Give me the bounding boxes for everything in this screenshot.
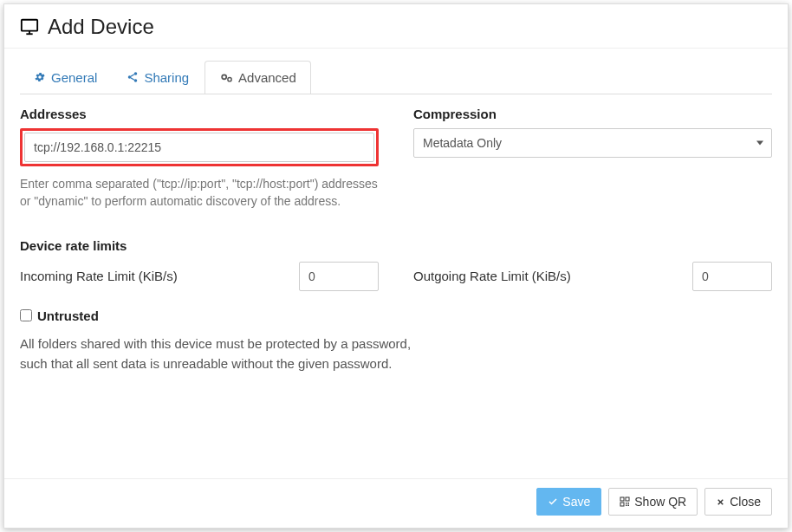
show-qr-button[interactable]: Show QR [608, 488, 698, 516]
close-icon [716, 497, 725, 507]
tabs: General Sharing Advanced [4, 49, 788, 94]
share-icon [127, 71, 139, 83]
close-button[interactable]: Close [704, 488, 772, 516]
addresses-input[interactable] [24, 133, 374, 162]
compression-field: Compression Metadata Only [413, 107, 772, 211]
addresses-highlight [20, 128, 379, 166]
modal-header: Add Device [4, 4, 788, 48]
gears-icon [219, 72, 233, 84]
qr-icon [620, 496, 630, 507]
outgoing-rate-field: Outgoing Rate Limit (KiB/s) [413, 262, 772, 291]
tab-content-advanced: Addresses Enter comma separated ("tcp://… [4, 94, 788, 478]
svg-rect-9 [626, 503, 627, 504]
outgoing-rate-input[interactable] [692, 262, 772, 291]
incoming-rate-input[interactable] [299, 262, 379, 291]
tab-label: Sharing [144, 70, 189, 85]
outgoing-rate-label: Outgoing Rate Limit (KiB/s) [413, 269, 571, 283]
addresses-field: Addresses Enter comma separated ("tcp://… [20, 107, 379, 211]
untrusted-field: Untrusted [20, 308, 772, 323]
svg-rect-0 [22, 20, 37, 31]
svg-rect-7 [626, 497, 629, 501]
untrusted-checkbox[interactable] [20, 309, 32, 321]
svg-point-5 [134, 79, 138, 82]
compression-label: Compression [413, 107, 772, 121]
incoming-rate-label: Incoming Rate Limit (KiB/s) [20, 269, 178, 283]
compression-select[interactable]: Metadata Only [413, 128, 772, 158]
svg-rect-10 [628, 503, 630, 504]
incoming-rate-field: Incoming Rate Limit (KiB/s) [20, 262, 379, 291]
gear-icon [34, 71, 46, 83]
svg-rect-11 [626, 505, 627, 507]
button-label: Save [562, 495, 590, 509]
addresses-label: Addresses [20, 107, 379, 121]
tab-sharing[interactable]: Sharing [113, 61, 203, 94]
tab-label: Advanced [238, 70, 296, 85]
modal-title: Add Device [48, 15, 154, 39]
tab-label: General [51, 70, 97, 85]
button-label: Close [730, 495, 761, 509]
modal-footer: Save Show QR Close [4, 478, 788, 528]
tab-advanced[interactable]: Advanced [204, 61, 311, 94]
svg-rect-8 [620, 503, 624, 506]
untrusted-label: Untrusted [37, 308, 99, 323]
svg-rect-6 [620, 497, 624, 501]
monitor-icon [20, 17, 39, 36]
addresses-help-text: Enter comma separated ("tcp://ip:port", … [20, 175, 379, 211]
save-button[interactable]: Save [536, 488, 601, 516]
svg-point-3 [134, 72, 138, 75]
svg-rect-12 [628, 505, 630, 507]
untrusted-help-text: All folders shared with this device must… [20, 334, 427, 374]
tab-general[interactable]: General [20, 61, 111, 94]
device-rate-limits-label: Device rate limits [20, 238, 772, 253]
svg-point-4 [128, 75, 132, 79]
add-device-modal: Add Device General Sharing Advanced Addr… [3, 3, 789, 529]
button-label: Show QR [634, 495, 686, 509]
check-icon [548, 496, 558, 507]
